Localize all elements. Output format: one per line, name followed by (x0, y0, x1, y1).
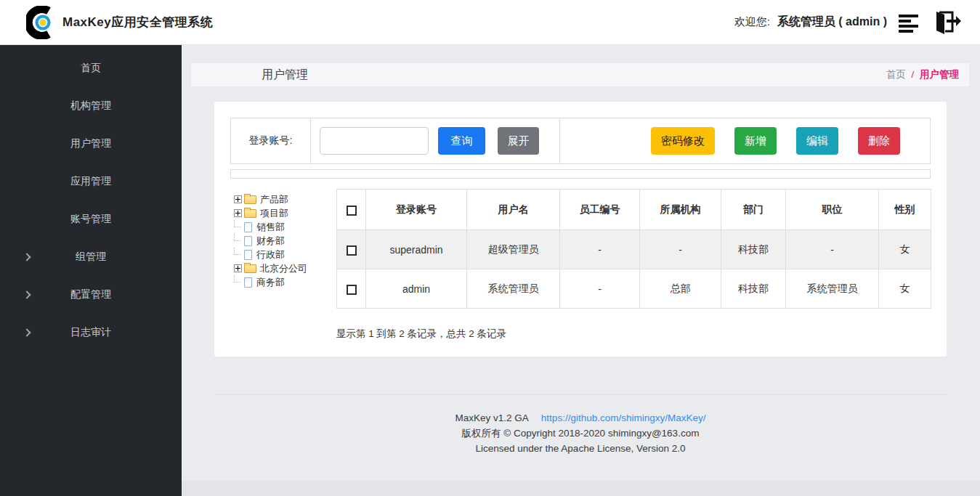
tree-expand-icon[interactable] (234, 209, 242, 217)
file-icon (244, 250, 252, 260)
select-all-checkbox[interactable] (347, 206, 357, 216)
sidebar-item-config-management[interactable]: 配置管理 (0, 276, 182, 314)
sidebar-item-label: 用户管理 (70, 137, 111, 150)
row-select-cell (337, 269, 366, 309)
expand-button[interactable]: 展开 (498, 127, 539, 155)
user-management-card: 登录账号: 查询 展开 密码修改新增编辑删除 产品部项目部销售部财务部行政部北京… (214, 102, 947, 357)
table-header-row: 登录账号用户名员工编号所属机构部门职位性别 (337, 190, 931, 230)
user-table: 登录账号用户名员工编号所属机构部门职位性别 superadmin超级管理员--科… (336, 189, 931, 309)
tree-item-3[interactable]: 财务部 (234, 234, 336, 248)
table-row: superadmin超级管理员--科技部-女 (337, 230, 931, 269)
file-icon (244, 236, 252, 246)
table-cell: - (786, 230, 879, 269)
action-buttons: 密码修改新增编辑删除 (560, 118, 930, 163)
sidebar-item-label: 日志审计 (70, 326, 111, 339)
table-cell: 总部 (640, 269, 721, 309)
tree-item-label: 销售部 (256, 221, 285, 234)
tree-connector (234, 220, 241, 227)
tree-connector (234, 275, 241, 282)
footer-github-link[interactable]: https://github.com/shimingxy/MaxKey/ (541, 412, 706, 423)
tree-item-label: 北京分公司 (260, 262, 307, 275)
maxkey-logo-icon (26, 6, 60, 39)
file-icon (244, 222, 252, 232)
tree-item-6[interactable]: 商务部 (234, 275, 336, 289)
sidebar-item-label: 首页 (81, 62, 101, 75)
change-password-button[interactable]: 密码修改 (651, 127, 715, 155)
breadcrumb-current: 用户管理 (920, 69, 959, 80)
sidebar-item-group-management[interactable]: 组管理 (0, 238, 182, 276)
table-cell: 科技部 (721, 230, 786, 269)
sidebar-item-org-management[interactable]: 机构管理 (0, 87, 182, 125)
app-title: MaxKey应用安全管理系统 (62, 14, 213, 31)
sidebar-item-label: 机构管理 (70, 99, 111, 113)
column-header: 性别 (879, 190, 931, 230)
table-cell: - (640, 230, 721, 269)
top-header: MaxKey应用安全管理系统 欢迎您: 系统管理员 ( admin ) (0, 0, 980, 45)
add-button[interactable]: 新增 (734, 127, 777, 155)
sidebar-item-home[interactable]: 首页 (0, 49, 182, 87)
table-cell: 超级管理员 (467, 230, 560, 269)
table-cell: 女 (879, 269, 931, 309)
bottom-band (182, 481, 980, 496)
chevron-right-icon (23, 253, 31, 261)
tree-item-4[interactable]: 行政部 (234, 248, 336, 261)
login-account-label: 登录账号: (231, 118, 311, 163)
chevron-right-icon (23, 328, 31, 336)
footer: MaxKey v1.2 GA https://github.com/shimin… (214, 357, 947, 456)
footer-version-line: MaxKey v1.2 GA https://github.com/shimin… (214, 410, 947, 426)
tree-item-0[interactable]: 产品部 (234, 192, 336, 206)
tree-expand-icon[interactable] (234, 264, 242, 272)
table-row: admin系统管理员-总部科技部系统管理员女 (337, 269, 931, 309)
page-title-bar: 用户管理 首页 / 用户管理 (191, 63, 969, 86)
sidebar-item-label: 组管理 (76, 251, 106, 264)
table-cell: - (560, 230, 640, 269)
sidebar: 首页机构管理用户管理应用管理账号管理组管理配置管理日志审计 (0, 45, 182, 496)
select-all-header-cell (337, 190, 366, 230)
sidebar-item-log-audit[interactable]: 日志审计 (0, 314, 182, 351)
logout-icon[interactable] (932, 10, 961, 35)
folder-icon (244, 209, 256, 218)
sidebar-item-label: 账号管理 (70, 213, 111, 226)
breadcrumb-home-link[interactable]: 首页 (886, 69, 906, 80)
session-list-icon[interactable] (897, 12, 922, 33)
table-cell: 系统管理员 (467, 269, 560, 309)
row-checkbox[interactable] (347, 245, 357, 256)
edit-button[interactable]: 编辑 (796, 127, 838, 155)
table-cell: 女 (879, 230, 931, 269)
column-header: 登录账号 (366, 190, 467, 230)
department-tree: 产品部项目部销售部财务部行政部北京分公司商务部 (230, 189, 336, 309)
search-panel: 登录账号: 查询 展开 密码修改新增编辑删除 (230, 118, 931, 164)
sidebar-item-label: 配置管理 (70, 288, 111, 301)
tree-expand-icon[interactable] (234, 195, 242, 203)
collapsed-filter-bar (230, 169, 931, 179)
footer-copyright: 版权所有 © Copyright 2018-2020 shimingxy@163… (214, 426, 947, 441)
sidebar-item-user-management[interactable]: 用户管理 (0, 125, 182, 163)
column-header: 职位 (786, 190, 879, 230)
folder-icon (244, 195, 256, 204)
page-title: 用户管理 (262, 68, 308, 83)
main-area: 用户管理 首页 / 用户管理 登录账号: 查询 展开 密码修改新增编辑删除 产品… (182, 45, 980, 496)
tree-item-5[interactable]: 北京分公司 (234, 261, 336, 275)
column-header: 员工编号 (560, 190, 640, 230)
row-checkbox[interactable] (347, 285, 357, 295)
records-summary: 显示第 1 到第 2 条记录，总共 2 条记录 (336, 328, 931, 341)
query-button[interactable]: 查询 (438, 127, 485, 155)
column-header: 用户名 (467, 190, 560, 230)
user-table-wrap: 登录账号用户名员工编号所属机构部门职位性别 superadmin超级管理员--科… (336, 189, 931, 309)
row-select-cell (337, 230, 366, 269)
table-cell: admin (366, 269, 467, 309)
table-cell: 科技部 (721, 269, 786, 309)
sidebar-item-account-management[interactable]: 账号管理 (0, 200, 182, 238)
delete-button[interactable]: 删除 (858, 127, 900, 155)
tree-item-2[interactable]: 销售部 (234, 220, 336, 234)
tree-item-label: 商务部 (256, 276, 285, 289)
breadcrumb-separator: / (911, 69, 914, 80)
sidebar-item-app-management[interactable]: 应用管理 (0, 163, 182, 200)
table-cell: superadmin (366, 230, 467, 269)
folder-icon (244, 264, 256, 273)
footer-version: MaxKey v1.2 GA (455, 412, 529, 423)
tree-item-1[interactable]: 项目部 (234, 206, 336, 220)
column-header: 部门 (721, 190, 786, 230)
login-account-input[interactable] (320, 127, 429, 155)
tree-item-label: 项目部 (260, 207, 288, 220)
